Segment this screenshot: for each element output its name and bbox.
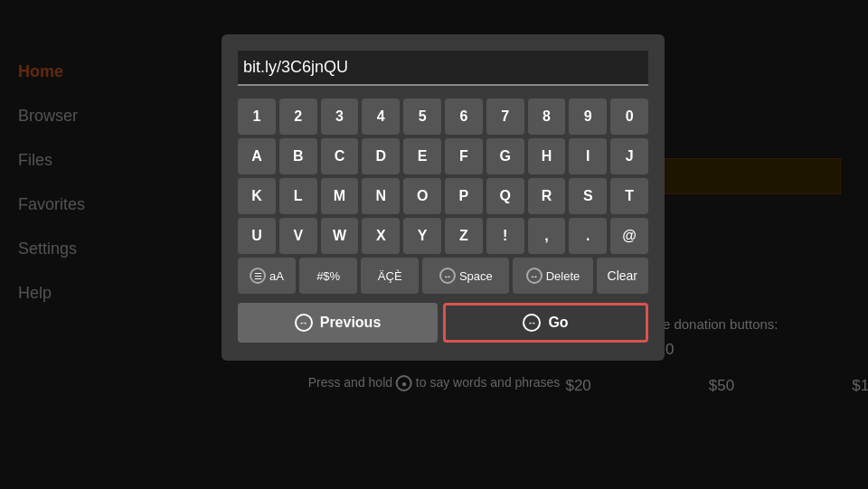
key-5[interactable]: 5 (403, 99, 441, 135)
key-i[interactable]: I (569, 138, 607, 174)
key-f[interactable]: F (445, 138, 483, 174)
key-j[interactable]: J (610, 138, 648, 174)
previous-label: Previous (320, 315, 382, 331)
letter-row-2: K L M N O P Q R S T (238, 178, 648, 214)
delete-label: Delete (546, 269, 580, 283)
key-a[interactable]: A (238, 138, 276, 174)
space-label: Space (459, 269, 493, 283)
clear-label: Clear (608, 268, 637, 283)
key-w[interactable]: W (321, 218, 359, 254)
key-3[interactable]: 3 (321, 99, 359, 135)
special-row: ☰ aA #$% ÄÇÈ ↔ Space ↔ Delete Clear (238, 258, 648, 294)
key-s[interactable]: S (569, 178, 607, 214)
key-y[interactable]: Y (403, 218, 441, 254)
key-n[interactable]: N (362, 178, 400, 214)
key-comma[interactable]: , (528, 218, 566, 254)
previous-button[interactable]: ↔ Previous (238, 303, 438, 343)
key-l[interactable]: L (279, 178, 317, 214)
go-label: Go (548, 315, 568, 331)
key-p[interactable]: P (445, 178, 483, 214)
key-6[interactable]: 6 (445, 99, 483, 135)
key-1[interactable]: 1 (238, 99, 276, 135)
key-8[interactable]: 8 (528, 99, 566, 135)
key-v[interactable]: V (279, 218, 317, 254)
key-z[interactable]: Z (445, 218, 483, 254)
key-clear[interactable]: Clear (597, 258, 648, 294)
letter-row-1: A B C D E F G H I J (238, 138, 648, 174)
go-button[interactable]: ↔ Go (443, 303, 648, 343)
keyboard-dialog: 1 2 3 4 5 6 7 8 9 0 A B C D E F G H I J … (222, 34, 665, 361)
key-4[interactable]: 4 (362, 99, 400, 135)
key-u[interactable]: U (238, 218, 276, 254)
key-x[interactable]: X (362, 218, 400, 254)
key-at[interactable]: @ (610, 218, 648, 254)
key-space[interactable]: ↔ Space (422, 258, 509, 294)
key-9[interactable]: 9 (569, 99, 607, 135)
key-g[interactable]: G (486, 138, 524, 174)
key-q[interactable]: Q (486, 178, 524, 214)
key-o[interactable]: O (403, 178, 441, 214)
key-symbols[interactable]: #$% (299, 258, 357, 294)
nav-row: ↔ Previous ↔ Go (238, 303, 648, 343)
accents-label: ÄÇÈ (378, 269, 402, 283)
mode-label: aA (269, 269, 284, 283)
key-r[interactable]: R (528, 178, 566, 214)
key-7[interactable]: 7 (486, 99, 524, 135)
letter-row-3: U V W X Y Z ! , . @ (238, 218, 648, 254)
key-mode[interactable]: ☰ aA (238, 258, 296, 294)
key-k[interactable]: K (238, 178, 276, 214)
key-m[interactable]: M (321, 178, 359, 214)
key-b[interactable]: B (279, 138, 317, 174)
key-2[interactable]: 2 (279, 99, 317, 135)
previous-icon: ↔ (295, 314, 313, 332)
number-row: 1 2 3 4 5 6 7 8 9 0 (238, 99, 648, 135)
go-icon: ↔ (523, 314, 541, 332)
symbols-label: #$% (316, 269, 340, 283)
key-0[interactable]: 0 (610, 99, 648, 135)
key-h[interactable]: H (528, 138, 566, 174)
key-period[interactable]: . (569, 218, 607, 254)
key-accents[interactable]: ÄÇÈ (361, 258, 419, 294)
key-t[interactable]: T (610, 178, 648, 214)
key-e[interactable]: E (403, 138, 441, 174)
key-delete[interactable]: ↔ Delete (513, 258, 592, 294)
key-c[interactable]: C (321, 138, 359, 174)
key-d[interactable]: D (362, 138, 400, 174)
url-input[interactable] (238, 51, 648, 86)
key-exclaim[interactable]: ! (486, 218, 524, 254)
